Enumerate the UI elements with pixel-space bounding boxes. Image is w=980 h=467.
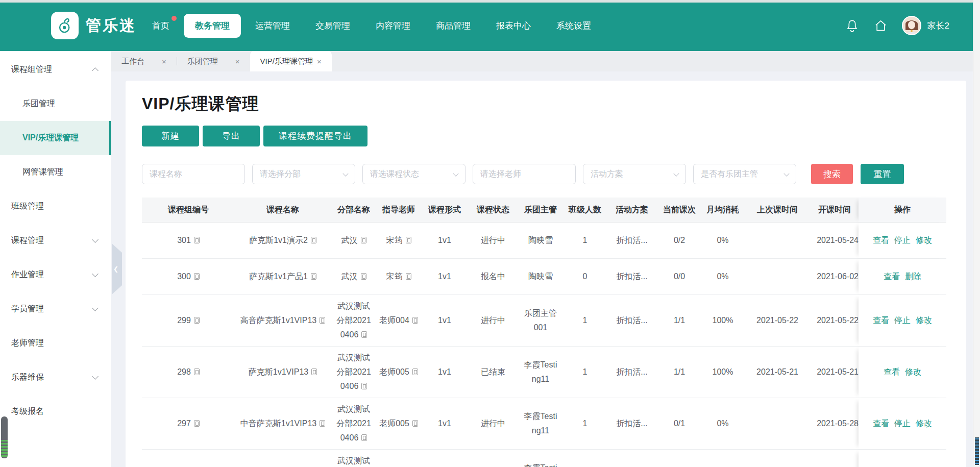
action-link[interactable]: 修改 xyxy=(905,365,921,379)
nav-item-3[interactable]: 运营管理 xyxy=(244,14,301,38)
nav-item-1[interactable]: 首页 xyxy=(141,14,181,38)
tab-close-icon[interactable]: × xyxy=(235,58,240,65)
action-link[interactable]: 修改 xyxy=(916,416,932,431)
action-link[interactable]: 修改 xyxy=(916,233,932,248)
window-scrollbar-track[interactable] xyxy=(973,0,980,467)
copy-icon[interactable] xyxy=(311,368,317,375)
tab-close-icon[interactable]: × xyxy=(317,58,322,65)
tab-label: 工作台 xyxy=(121,57,144,66)
action-link[interactable]: 查看 xyxy=(873,416,889,431)
toolbar-action-button-2[interactable]: 导出 xyxy=(203,126,260,146)
cell-value: 陶映雪 xyxy=(528,236,553,244)
cell-value: 0/1 xyxy=(674,419,685,428)
nav-item-6[interactable]: 商品管理 xyxy=(425,14,482,38)
copy-icon[interactable] xyxy=(194,368,200,375)
course-status-select[interactable]: 请选课程状态 xyxy=(362,164,465,184)
nav-item-7[interactable]: 报表中心 xyxy=(485,14,542,38)
action-link[interactable]: 查看 xyxy=(873,233,889,248)
home-icon[interactable] xyxy=(873,18,889,33)
tab-close-icon[interactable]: × xyxy=(162,58,166,65)
cell-id xyxy=(142,450,235,467)
cell-content: 297 xyxy=(177,416,200,431)
window-scrollbar-thumb[interactable] xyxy=(974,435,980,467)
cell-value: 297 xyxy=(177,419,191,428)
copy-icon[interactable] xyxy=(361,383,367,389)
reset-button[interactable]: 重置 xyxy=(861,164,904,184)
sidebar-item-6[interactable]: 课程管理 xyxy=(0,224,111,258)
action-link[interactable]: 查看 xyxy=(884,269,900,284)
copy-icon[interactable] xyxy=(412,317,418,324)
sidebar-item-8[interactable]: 学员管理 xyxy=(0,292,111,326)
course-name-input-control[interactable] xyxy=(150,169,237,179)
action-link[interactable]: 停止 xyxy=(894,313,911,328)
action-link[interactable]: 查看 xyxy=(884,365,900,379)
cell-plan: 折扣活... xyxy=(606,347,657,398)
column-label: 开课时间 xyxy=(818,203,851,217)
copy-icon[interactable] xyxy=(311,237,316,243)
sidebar-item-9[interactable]: 老师管理 xyxy=(0,326,111,360)
action-link[interactable]: 删除 xyxy=(905,269,921,284)
cell-actions: 查看停止修改 xyxy=(859,223,946,258)
sidebar-item-7[interactable]: 作业管理 xyxy=(0,258,111,292)
copy-icon[interactable] xyxy=(361,434,367,441)
sidebar-collapse-handle[interactable]: ❮ xyxy=(112,243,122,294)
cell-value: 进行中 xyxy=(481,419,505,428)
sidebar-item-2[interactable]: 乐团管理 xyxy=(0,87,111,121)
copy-icon[interactable] xyxy=(406,273,411,280)
action-link[interactable]: 查看 xyxy=(873,313,889,328)
action-link[interactable]: 停止 xyxy=(894,233,911,248)
activity-plan-select[interactable]: 活动方案 xyxy=(583,164,686,184)
tab-1[interactable]: 工作台× xyxy=(111,51,177,71)
cell-content: 折扣活... xyxy=(616,313,647,328)
copy-icon[interactable] xyxy=(361,273,366,280)
cell-value: 武汉 xyxy=(341,236,358,244)
copy-icon[interactable] xyxy=(406,237,411,243)
cell-content: 武汉测试 分部2021 0406 xyxy=(336,454,371,467)
sidebar-item-5[interactable]: 班级管理 xyxy=(0,189,111,224)
nav-item-8[interactable]: 系统设置 xyxy=(545,14,602,38)
nav-item-label: 内容管理 xyxy=(376,21,410,31)
copy-icon[interactable] xyxy=(194,273,200,280)
table-row: 300萨克斯1v1产品1武汉宋筠1v1报名中陶映雪0折扣活...0/00%202… xyxy=(142,259,946,295)
action-link[interactable]: 修改 xyxy=(916,313,932,328)
notifications-bell-icon[interactable] xyxy=(845,18,860,33)
band-leader-select[interactable]: 是否有乐团主管 xyxy=(693,164,796,184)
cell-value: 301 xyxy=(177,236,191,244)
copy-icon[interactable] xyxy=(412,368,418,375)
teacher-select-control[interactable] xyxy=(480,169,568,179)
brand-logo-icon xyxy=(51,12,79,39)
copy-icon[interactable] xyxy=(311,273,316,280)
sidebar-item-11[interactable]: 考级报名 xyxy=(0,395,111,429)
sidebar-item-3[interactable]: VIP/乐理课管理 xyxy=(0,121,111,155)
copy-icon[interactable] xyxy=(320,317,325,324)
sidebar-scrollbar-thumb[interactable] xyxy=(1,416,8,458)
tab-2[interactable]: 乐团管理× xyxy=(177,51,250,71)
nav-item-4[interactable]: 交易管理 xyxy=(304,14,361,38)
user-avatar[interactable] xyxy=(902,16,921,35)
toolbar-action-button-3[interactable]: 课程续费提醒导出 xyxy=(263,126,368,146)
nav-item-2[interactable]: 教务管理 xyxy=(184,14,241,38)
copy-icon[interactable] xyxy=(412,420,418,427)
copy-icon[interactable] xyxy=(194,237,200,243)
cell-branch: 武汉测试 分部2021 0406 xyxy=(331,295,377,346)
cell-content: 300 xyxy=(177,269,200,284)
sidebar-item-1[interactable]: 课程组管理 xyxy=(0,53,111,87)
search-button[interactable]: 搜索 xyxy=(811,164,853,184)
teacher-select[interactable] xyxy=(473,164,576,184)
action-link[interactable]: 停止 xyxy=(894,416,911,431)
copy-icon[interactable] xyxy=(194,420,200,427)
copy-icon[interactable] xyxy=(194,317,200,324)
sidebar-item-4[interactable]: 网管课管理 xyxy=(0,155,111,189)
nav-item-5[interactable]: 内容管理 xyxy=(364,14,422,38)
tab-3[interactable]: VIP/乐理课管理× xyxy=(250,51,332,71)
cell-plan: 折扣活... xyxy=(606,398,657,449)
copy-icon[interactable] xyxy=(361,331,367,338)
nav-item-label: 商品管理 xyxy=(436,21,471,31)
copy-icon[interactable] xyxy=(361,237,366,243)
toolbar-action-button-1[interactable]: 新建 xyxy=(142,126,199,146)
username[interactable]: 家长2 xyxy=(927,20,949,32)
branch-select[interactable]: 请选择分部 xyxy=(252,164,355,184)
course-name-input[interactable] xyxy=(142,164,245,184)
sidebar-item-10[interactable]: 乐器维保 xyxy=(0,360,111,395)
copy-icon[interactable] xyxy=(320,420,325,427)
